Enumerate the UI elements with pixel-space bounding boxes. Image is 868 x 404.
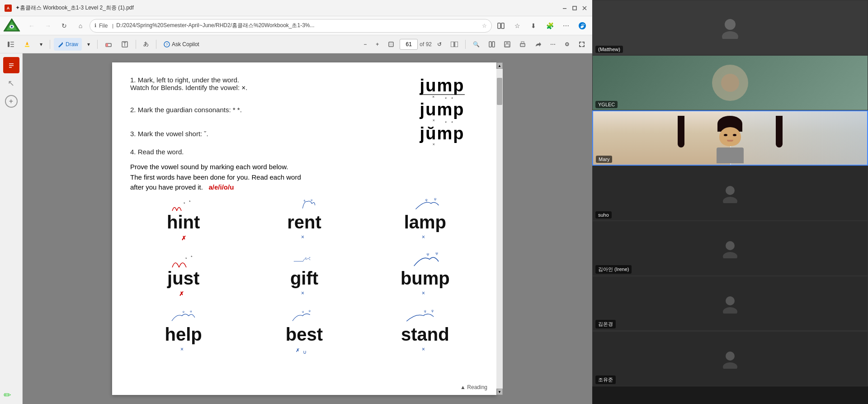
refresh-button[interactable]: ↻ (57, 19, 71, 33)
save-button[interactable] (500, 38, 514, 51)
participant-name-matthew: (Matthew) (595, 46, 623, 53)
word-gift: gift (290, 268, 318, 288)
downloads-button[interactable]: ⬇ (526, 19, 541, 33)
instruction-2-text: 2. Mark the guardian consonants: * *. (130, 106, 242, 114)
svg-point-75 (726, 186, 735, 195)
svg-rect-0 (563, 8, 566, 9)
share-button[interactable] (531, 38, 545, 51)
highlight-dropdown[interactable]: ▾ (36, 38, 46, 51)
demo-word-1: jump × (406, 76, 478, 95)
participant-avatar-matthew (719, 16, 741, 39)
expand-button[interactable] (575, 38, 589, 51)
close-button[interactable] (581, 5, 588, 11)
svg-point-82 (723, 362, 737, 369)
word-cell-rent: ψ ψ rent × (251, 200, 357, 245)
search-button[interactable]: 🔍 (469, 38, 483, 51)
svg-rect-14 (10, 46, 14, 47)
page-footer: ▲ Reading (460, 384, 487, 390)
prove-line-2: The first words have been done for you. … (130, 172, 478, 183)
address-bar[interactable]: ℹ File | D:/2024/Spring%20Semester-April… (90, 19, 492, 33)
svg-rect-13 (10, 44, 14, 45)
svg-text:*: * (445, 96, 447, 101)
scroll-up-button[interactable]: ▲ (496, 62, 503, 69)
pdf-content-area[interactable]: 1. Mark, left to right, under the word. … (23, 53, 592, 404)
svg-point-73 (725, 19, 736, 30)
instruction-3: 3. Mark the vowel short: ˘. jŭmp * * × (130, 124, 478, 143)
svg-point-78 (723, 252, 737, 258)
favorites-button[interactable]: ☆ (510, 19, 524, 33)
edge-icon-button[interactable] (575, 19, 590, 33)
font-button[interactable]: あ (140, 38, 152, 51)
svg-text:✗: ✗ (179, 290, 184, 297)
draw-dropdown[interactable]: ▾ (84, 38, 94, 51)
cursor-area: ↖ (3, 75, 19, 91)
settings-button[interactable]: ⚙ (561, 38, 573, 51)
split-screen-button[interactable] (494, 19, 508, 33)
scroll-down-button[interactable]: ▼ (496, 389, 503, 395)
participant-tile-matthew: (Matthew) (592, 0, 868, 55)
participant-name-gimongyeong: 김온경 (595, 320, 616, 328)
view-mode-button[interactable] (485, 38, 499, 51)
word-bump: bump (401, 268, 450, 288)
eraser-button[interactable] (101, 38, 116, 51)
vertical-scrollbar[interactable]: ▲ ▼ (496, 62, 503, 395)
participant-avatar-joyujun (720, 349, 740, 369)
add-tab-button[interactable]: + (5, 95, 18, 108)
word-cell-bump: ψ ψ bump × (372, 256, 478, 301)
forward-button[interactable]: → (41, 19, 55, 33)
word-help: help (165, 324, 202, 344)
left-sidebar: ↖ + (0, 53, 23, 404)
home-button[interactable]: ⌂ (73, 19, 88, 33)
page-number-input[interactable] (400, 39, 418, 50)
spread-button[interactable] (447, 38, 462, 51)
instruction-4-text: 4. Read the word. (130, 148, 478, 156)
toolbar-separator-4 (156, 40, 156, 49)
fit-page-button[interactable] (384, 38, 398, 51)
svg-point-76 (723, 197, 737, 203)
nav-right-buttons: ☆ ⬇ 🧩 ⋯ (494, 19, 590, 33)
word-stand: stand (401, 324, 449, 344)
rotate-button[interactable]: ↺ (434, 38, 445, 51)
scroll-thumb[interactable] (497, 78, 502, 105)
word-just: just (167, 268, 199, 288)
svg-text:ψ: ψ (424, 309, 426, 313)
more-tools-button[interactable]: ⋯ (547, 38, 559, 51)
toolbar-separator-2 (97, 40, 98, 49)
restore-button[interactable] (571, 5, 578, 11)
zoom-in-button[interactable]: + (372, 38, 382, 51)
browser-menu-button[interactable]: ⋯ (559, 19, 573, 33)
svg-text:ψ: ψ (309, 256, 310, 258)
pdf-page: 1. Mark, left to right, under the word. … (112, 62, 496, 395)
zoom-out-button[interactable]: − (360, 38, 370, 51)
back-button[interactable]: ← (24, 19, 39, 33)
svg-point-79 (726, 296, 735, 305)
bookmark-icon[interactable]: ☆ (482, 23, 487, 29)
app-logo-area (3, 18, 23, 34)
scroll-track[interactable] (496, 69, 503, 389)
info-icon: ℹ (94, 23, 96, 29)
text-select-button[interactable] (118, 38, 132, 51)
participant-name-suho: suho (595, 211, 612, 219)
svg-text:✗: ✗ (181, 235, 186, 242)
svg-text:ψ: ψ (426, 252, 429, 256)
draw-button[interactable]: Draw (54, 38, 82, 51)
word-cell-gift: ψ ψ gift × (251, 256, 357, 301)
pdf-icon-button[interactable] (3, 57, 19, 73)
vowels-display: a/e/i/o/u (208, 183, 234, 191)
svg-rect-35 (8, 61, 15, 70)
print-button[interactable] (516, 38, 529, 51)
svg-rect-1 (573, 6, 576, 10)
svg-text:ψ: ψ (425, 198, 427, 202)
minimize-button[interactable] (561, 5, 568, 11)
svg-text:∪: ∪ (303, 349, 307, 355)
extensions-button[interactable]: 🧩 (542, 19, 557, 33)
ask-copilot-button[interactable]: ? Ask Copilot (160, 38, 203, 51)
highlight-button[interactable] (20, 38, 34, 51)
prove-section: Prove the vowel sound by marking each wo… (130, 162, 478, 193)
instruction-4: 4. Read the word. (130, 148, 478, 156)
word-cell-stand: ψ ψ stand × (372, 312, 478, 357)
svg-text:*: * (185, 257, 187, 261)
participant-tile-irene: 김아인 (Irene) (592, 221, 868, 276)
participant-tile-mary: Mary (592, 110, 868, 166)
toggle-sidebar-button[interactable] (4, 38, 18, 51)
